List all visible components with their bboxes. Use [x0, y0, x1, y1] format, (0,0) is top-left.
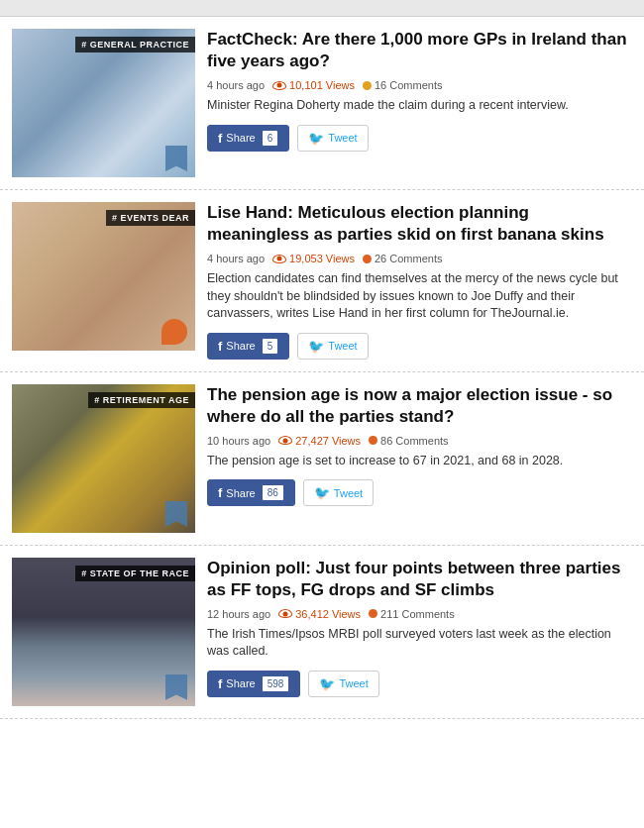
comments-count: 86 Comments — [380, 435, 448, 447]
tweet-button[interactable]: 🐦 Tweet — [303, 479, 374, 506]
category-tag: STATE OF THE RACE — [75, 566, 195, 581]
twitter-icon: 🐦 — [308, 131, 324, 146]
article-item: GENERAL PRACTICEFactCheck: Are there 1,0… — [0, 17, 644, 190]
article-image-wrap: GENERAL PRACTICE — [12, 29, 195, 177]
twitter-icon: 🐦 — [308, 339, 324, 354]
article-item: EVENTS DEARLise Hand: Meticulous electio… — [0, 190, 644, 372]
views-count: 10,101 Views — [289, 79, 355, 91]
bookmark-icon — [165, 501, 187, 527]
comment-icon — [161, 319, 187, 345]
comments-dot-icon — [369, 609, 377, 618]
article-comments: 26 Comments — [363, 253, 442, 264]
share-count: 6 — [262, 130, 279, 147]
facebook-icon: f — [218, 131, 222, 146]
comments-dot-icon — [369, 436, 377, 445]
tweet-button[interactable]: 🐦 Tweet — [308, 671, 378, 697]
article-content: The pension age is now a major election … — [207, 384, 632, 507]
article-content: Lise Hand: Meticulous election planning … — [207, 202, 632, 360]
eye-icon — [272, 81, 286, 90]
facebook-icon: f — [218, 339, 222, 354]
article-content: FactCheck: Are there 1,000 more GPs in I… — [207, 29, 632, 152]
article-comments: 16 Comments — [363, 79, 442, 91]
bookmark-icon — [165, 674, 187, 700]
facebook-icon: f — [218, 676, 222, 691]
share-button[interactable]: f Share6 — [207, 125, 289, 152]
share-button[interactable]: f Share598 — [207, 671, 300, 697]
share-count: 598 — [262, 675, 290, 692]
article-comments: 211 Comments — [369, 608, 455, 620]
comments-count: 16 Comments — [375, 79, 442, 91]
page-header — [0, 0, 644, 17]
article-image-wrap: EVENTS DEAR — [12, 202, 195, 351]
article-time: 4 hours ago — [207, 79, 265, 91]
eye-icon — [278, 609, 292, 618]
views-count: 27,427 Views — [295, 435, 361, 447]
article-image-wrap: RETIREMENT AGE — [12, 384, 195, 533]
category-tag: GENERAL PRACTICE — [75, 37, 195, 52]
article-actions: f Share5🐦 Tweet — [207, 333, 632, 360]
article-actions: f Share6🐦 Tweet — [207, 125, 632, 152]
eye-icon — [272, 255, 286, 263]
article-description: Election candidates can find themselves … — [207, 270, 632, 323]
article-title[interactable]: FactCheck: Are there 1,000 more GPs in I… — [207, 29, 632, 72]
article-time: 12 hours ago — [207, 608, 270, 620]
article-title[interactable]: The pension age is now a major election … — [207, 384, 632, 428]
article-views: 10,101 Views — [272, 79, 355, 91]
article-meta: 4 hours ago10,101 Views16 Comments — [207, 79, 632, 91]
comments-count: 211 Comments — [380, 608, 455, 620]
facebook-icon: f — [218, 485, 222, 500]
bookmark-icon — [165, 146, 187, 171]
article-title[interactable]: Opinion poll: Just four points between t… — [207, 558, 632, 601]
article-title[interactable]: Lise Hand: Meticulous election planning … — [207, 202, 632, 246]
category-tag: EVENTS DEAR — [106, 210, 195, 226]
article-actions: f Share598🐦 Tweet — [207, 671, 632, 697]
article-views: 36,412 Views — [278, 608, 361, 620]
article-description: Minister Regina Doherty made the claim d… — [207, 97, 632, 115]
article-item: RETIREMENT AGEThe pension age is now a m… — [0, 372, 644, 546]
article-content: Opinion poll: Just four points between t… — [207, 558, 632, 697]
tweet-button[interactable]: 🐦 Tweet — [297, 125, 368, 152]
article-comments: 86 Comments — [369, 435, 448, 447]
articles-list: GENERAL PRACTICEFactCheck: Are there 1,0… — [0, 17, 644, 719]
article-time: 10 hours ago — [207, 435, 270, 447]
category-tag: RETIREMENT AGE — [88, 392, 195, 408]
article-description: The Irish Times/Ipsos MRBI poll surveyed… — [207, 626, 632, 661]
share-button[interactable]: f Share86 — [207, 479, 295, 506]
article-description: The pension age is set to increase to 67… — [207, 453, 632, 470]
comments-dot-icon — [363, 81, 372, 90]
article-image-wrap: STATE OF THE RACE — [12, 558, 195, 706]
share-count: 86 — [262, 484, 284, 501]
tweet-button[interactable]: 🐦 Tweet — [297, 333, 368, 360]
article-meta: 12 hours ago36,412 Views211 Comments — [207, 608, 632, 620]
article-time: 4 hours ago — [207, 253, 265, 264]
eye-icon — [278, 436, 292, 445]
share-button[interactable]: f Share5 — [207, 333, 289, 360]
article-views: 19,053 Views — [272, 253, 355, 264]
article-views: 27,427 Views — [278, 435, 361, 447]
article-item: STATE OF THE RACEOpinion poll: Just four… — [0, 546, 644, 719]
views-count: 19,053 Views — [289, 253, 355, 264]
twitter-icon: 🐦 — [319, 676, 335, 691]
comments-count: 26 Comments — [375, 253, 442, 264]
comments-dot-icon — [363, 255, 372, 263]
views-count: 36,412 Views — [295, 608, 361, 620]
share-count: 5 — [262, 338, 279, 355]
twitter-icon: 🐦 — [314, 485, 330, 500]
article-actions: f Share86🐦 Tweet — [207, 479, 632, 506]
article-meta: 10 hours ago27,427 Views86 Comments — [207, 435, 632, 447]
article-meta: 4 hours ago19,053 Views26 Comments — [207, 253, 632, 264]
